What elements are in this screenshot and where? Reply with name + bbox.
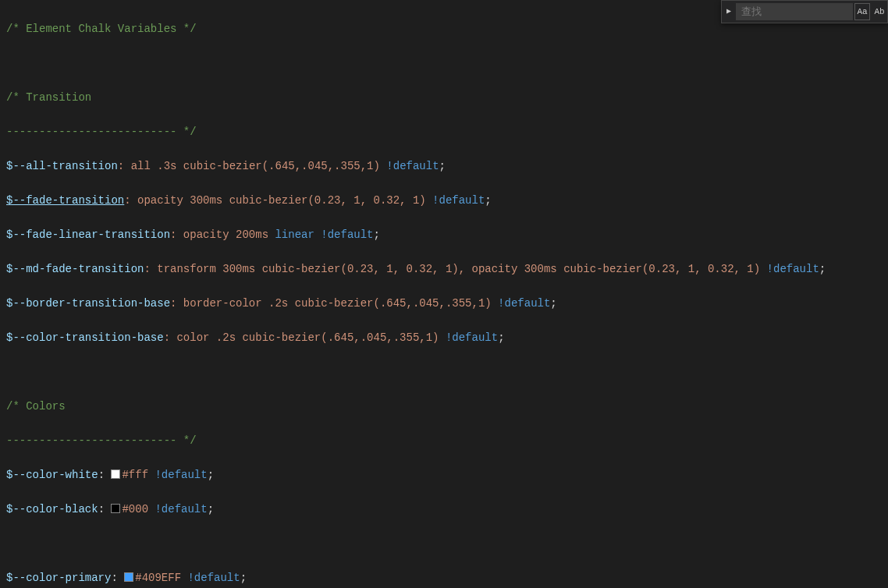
comment: /* Element Chalk Variables */ [6, 23, 197, 35]
code-editor[interactable]: /* Element Chalk Variables */ /* Transit… [0, 0, 888, 588]
find-bar: ▶ Aa Ab [721, 0, 888, 23]
color-swatch [124, 572, 133, 582]
find-match-case[interactable]: Aa [854, 3, 870, 20]
find-input[interactable] [736, 3, 853, 20]
color-swatch [111, 469, 120, 479]
comment: /* Colors [6, 400, 66, 413]
find-match-word[interactable]: Ab [872, 3, 887, 20]
scss-variable: $--fade-transition [6, 194, 124, 207]
find-expand-toggle[interactable]: ▶ [722, 1, 736, 23]
scss-variable: $--color-white [6, 469, 98, 481]
color-swatch [111, 504, 120, 513]
comment: /* Transition [6, 91, 91, 104]
scss-variable: $--all-transition [6, 160, 118, 172]
comment: -------------------------- */ [6, 126, 197, 138]
